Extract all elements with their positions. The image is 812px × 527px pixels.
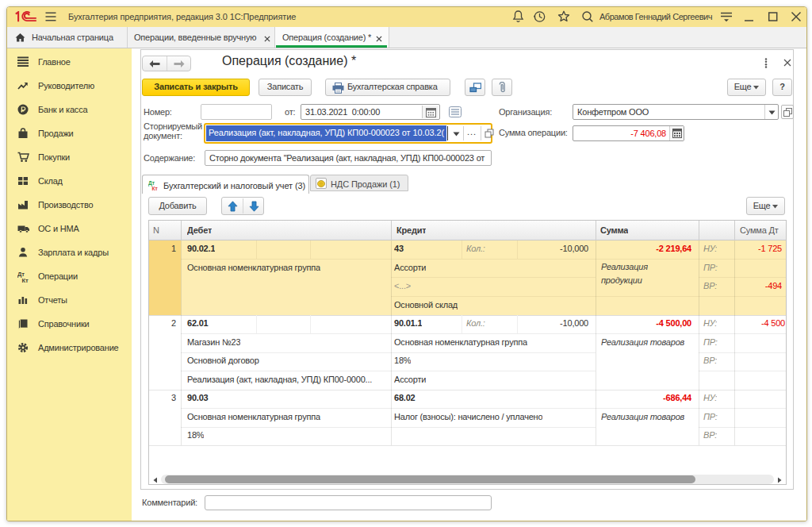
svg-text:Кт: Кт	[22, 277, 29, 283]
svg-text:Кт: Кт	[152, 186, 159, 190]
